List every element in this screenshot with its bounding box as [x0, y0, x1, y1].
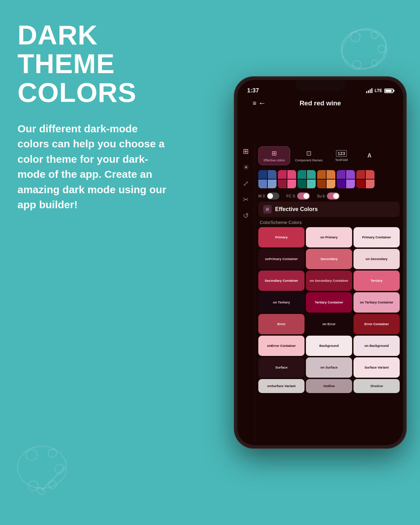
swatch-group-4[interactable]: [317, 170, 335, 188]
color-row-1: Primary on Primary Primary Container: [258, 227, 400, 247]
phone-screen: 1:37 LTE ≡ ← Red: [237, 80, 403, 445]
chip-secondary[interactable]: Secondary: [306, 249, 352, 269]
toggle-sub[interactable]: Su b: [317, 192, 340, 200]
color-grid: Primary on Primary Primary Container onP…: [255, 227, 403, 393]
volume-up-button: [234, 148, 236, 169]
swatches-section: [255, 168, 403, 190]
textfield-tab-label: TextField: [335, 158, 348, 162]
chip-on-error-container[interactable]: onError Container: [258, 336, 304, 356]
chip-primary-container[interactable]: Primary Container: [354, 227, 400, 247]
svg-point-0: [341, 30, 387, 68]
chip-on-secondary-container[interactable]: on Secondary Container: [306, 271, 352, 291]
chip-outline[interactable]: Outline: [306, 379, 352, 393]
phone-container: 1:37 LTE ≡ ← Red: [234, 77, 406, 448]
swatch-group-3[interactable]: [298, 170, 316, 188]
chip-on-background[interactable]: on Background: [354, 336, 400, 356]
chip-on-surface[interactable]: on Surface: [306, 357, 352, 378]
svg-point-8: [26, 449, 37, 461]
status-icons: LTE: [366, 88, 393, 93]
chip-primary[interactable]: Primary: [258, 227, 304, 247]
color-row-5: Error on Error Error Container: [258, 314, 400, 334]
toggle-fcs-switch[interactable]: [297, 192, 310, 200]
chip-on-primary[interactable]: on Primary: [306, 227, 352, 247]
chip-on-tertiary[interactable]: on Tertiary: [258, 292, 304, 313]
chip-on-primary-container[interactable]: onPrimary Container: [258, 249, 304, 269]
chip-on-secondary[interactable]: on Secondary: [354, 249, 400, 269]
tab-component-themes[interactable]: ⊡ Component themes: [290, 146, 328, 165]
brightness-icon[interactable]: ☀: [243, 163, 249, 172]
tabs-row: ⊞ Effective colors ⊡ Component themes 12…: [255, 144, 403, 168]
toggle-m3-switch[interactable]: [267, 192, 279, 200]
palette-decoration-top-right: [336, 18, 399, 74]
toggle-sub-label: Su b: [317, 194, 325, 198]
swatch-group-2[interactable]: [278, 170, 296, 188]
effective-colors-header: ⊞ Effective Colors: [258, 202, 400, 217]
textfield-tab-icon: 123: [336, 150, 347, 157]
chip-shadow[interactable]: Shadow: [354, 379, 400, 393]
status-time: 1:37: [247, 87, 259, 94]
mute-button: [234, 129, 236, 143]
color-row-6: onError Container Background on Backgrou…: [258, 336, 400, 356]
volume-down-button: [234, 173, 236, 194]
svg-point-4: [378, 45, 385, 53]
chip-error[interactable]: Error: [258, 314, 304, 334]
chip-tertiary[interactable]: Tertiary: [354, 271, 400, 291]
chip-error-container[interactable]: Error Container: [354, 314, 400, 334]
main-content: ⊞ Effective colors ⊡ Component themes 12…: [255, 144, 403, 442]
colorscheme-label: ColorScheme Colors: [255, 217, 403, 227]
effective-colors-title: Effective Colors: [275, 206, 318, 212]
main-title: DARK THEME COLORS: [18, 21, 168, 107]
svg-point-3: [371, 31, 378, 38]
scissors-icon[interactable]: ✂: [243, 195, 249, 204]
toggles-row: M 3 FC S Su b: [255, 190, 403, 202]
tab-textfield[interactable]: 123 TextField: [327, 146, 355, 165]
chip-tertiary-container[interactable]: Tertiary Container: [306, 292, 352, 313]
tab-effective-colors[interactable]: ⊞ Effective colors: [258, 146, 290, 165]
color-row-2: onPrimary Container Secondary on Seconda…: [258, 249, 400, 269]
more-tab-icon: A: [368, 153, 372, 159]
swatches-row: [258, 170, 400, 188]
chip-background[interactable]: Background: [306, 336, 352, 356]
phone-notch: [296, 80, 345, 91]
subtitle-text: Our different dark-mode colors can help …: [18, 121, 168, 212]
chip-secondary-container[interactable]: Secondary Container: [258, 271, 304, 291]
app-title: Red red wine: [300, 99, 341, 107]
swatch-group-1[interactable]: [258, 170, 276, 188]
component-themes-tab-icon: ⊡: [306, 149, 312, 157]
phone-shell: 1:37 LTE ≡ ← Red: [234, 77, 406, 448]
toggle-m3[interactable]: M 3: [258, 192, 279, 200]
tab-more[interactable]: A: [355, 146, 383, 165]
toggle-sub-switch[interactable]: [327, 192, 340, 200]
chip-surface-variant[interactable]: Surface Variant: [354, 357, 400, 378]
toggle-fcs-label: FC S: [286, 194, 295, 198]
chip-surface[interactable]: Surface: [258, 357, 304, 378]
swatch-group-5[interactable]: [337, 170, 355, 188]
svg-point-2: [350, 32, 360, 42]
svg-point-9: [48, 449, 57, 457]
effective-colors-icon: ⊞: [263, 205, 272, 214]
refresh-icon[interactable]: ↺: [243, 211, 249, 220]
effective-colors-tab-icon: ⊞: [272, 149, 277, 157]
expand-icon[interactable]: ⤢: [243, 179, 249, 188]
grid-icon[interactable]: ⊞: [243, 147, 249, 155]
menu-icon[interactable]: ≡: [253, 100, 257, 107]
color-row-7: Surface on Surface Surface Variant: [258, 357, 400, 378]
color-row-3: Secondary Container on Secondary Contain…: [258, 271, 400, 291]
swatch-group-6[interactable]: [356, 170, 374, 188]
app-header: ≡ ← Red red wine: [237, 97, 403, 110]
power-button: [405, 143, 406, 167]
component-themes-tab-label: Component themes: [295, 159, 323, 162]
toggle-m3-label: M 3: [258, 194, 265, 198]
signal-bars-icon: [366, 88, 372, 93]
chip-on-error[interactable]: on Error: [306, 314, 352, 334]
sidebar-strip: ⊞ ☀ ⤢ ✂ ↺: [237, 144, 255, 442]
color-row-4: on Tertiary Tertiary Container on Tertia…: [258, 292, 400, 313]
chip-on-tertiary-container[interactable]: on Tertiary Container: [354, 292, 400, 313]
chip-on-surface-variant[interactable]: onSurface Variant: [258, 379, 304, 393]
back-button[interactable]: ←: [258, 99, 266, 108]
battery-icon: [384, 89, 393, 93]
left-content: DARK THEME COLORS Our different dark-mod…: [18, 21, 168, 212]
svg-line-13: [42, 467, 65, 490]
toggle-fcs[interactable]: FC S: [286, 192, 310, 200]
palette-decoration-bottom-left: [10, 434, 80, 504]
